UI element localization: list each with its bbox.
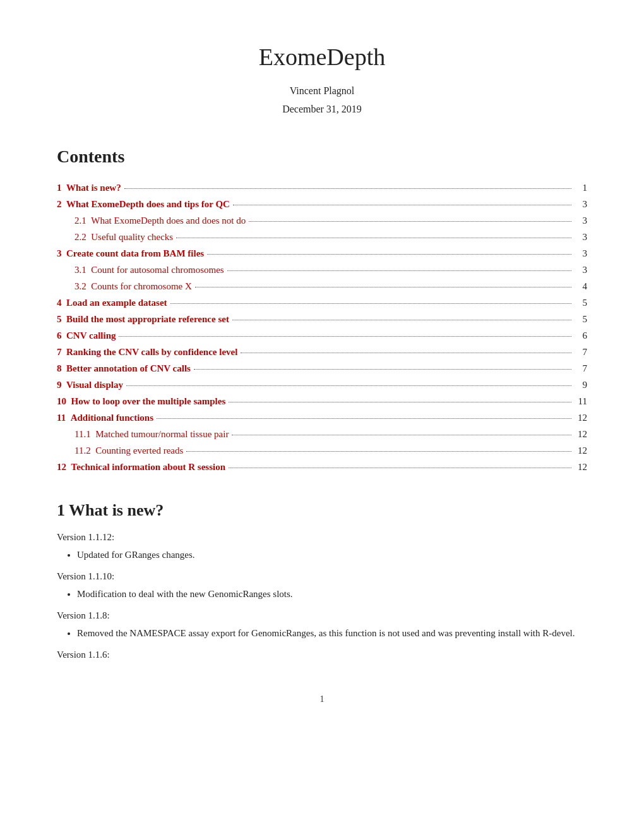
toc-dots — [229, 402, 571, 402]
toc-sub-dots — [176, 238, 571, 238]
toc-sub-label: Count for autosomal chromosomes — [91, 262, 224, 277]
toc-dots — [170, 303, 571, 304]
toc-item-3.1[interactable]: 3.1 Count for autosomal chromosomes 3 — [75, 262, 587, 277]
toc-sub-num: 11.2 — [75, 443, 95, 458]
toc-num: 3 — [57, 246, 66, 261]
toc-dots — [119, 336, 571, 337]
document-date: December 31, 2019 — [57, 101, 587, 118]
toc-item-12[interactable]: 12 Technical information about R session… — [57, 459, 587, 474]
toc-num: 1 — [57, 180, 66, 195]
toc-page: 1 — [575, 180, 587, 195]
toc-sub-dots — [249, 221, 571, 222]
toc-num: 12 — [57, 459, 71, 474]
toc-sub-num: 3.1 — [75, 262, 91, 277]
toc-num: 5 — [57, 311, 66, 327]
toc-dots — [207, 254, 571, 255]
toc-page: 5 — [575, 295, 587, 310]
contents-heading: Contents — [57, 143, 587, 171]
toc-item-1[interactable]: 1 What is new? 1 — [57, 180, 587, 195]
bullet-list: Modification to deal with the new Genomi… — [77, 586, 587, 601]
toc-dots — [229, 468, 571, 468]
toc-item-11.2[interactable]: 11.2 Counting everted reads 12 — [75, 443, 587, 458]
toc-sub-dots — [195, 287, 571, 287]
toc-sub-page: 12 — [575, 426, 587, 442]
toc-sub-num: 2.2 — [75, 229, 91, 245]
toc-page: 9 — [575, 377, 587, 392]
toc-item-2[interactable]: 2 What ExomeDepth does and tips for QC 3 — [57, 196, 587, 212]
toc-item-7[interactable]: 7 Ranking the CNV calls by confidence le… — [57, 344, 587, 360]
toc-item-8[interactable]: 8 Better annotation of CNV calls 7 — [57, 361, 587, 376]
toc-page: 12 — [575, 410, 587, 425]
bullet-item: Removed the NAMESPACE assay export for G… — [77, 626, 587, 641]
toc-label: How to loop over the multiple samples — [71, 394, 226, 409]
toc-dots — [126, 385, 571, 386]
toc-item-3[interactable]: 3 Create count data from BAM files 3 — [57, 246, 587, 261]
toc-label: Better annotation of CNV calls — [66, 361, 191, 376]
section-1-heading: 1 What is new? — [57, 497, 587, 524]
toc-dots — [241, 353, 571, 353]
document-title: ExomeDepth — [57, 38, 587, 76]
toc-item-6[interactable]: 6 CNV calling 6 — [57, 328, 587, 343]
toc-num: 8 — [57, 361, 66, 376]
toc-dots — [232, 320, 571, 320]
toc-sub-label: Matched tumour/normal tissue pair — [95, 426, 229, 442]
version-label: Version 1.1.8: — [57, 608, 587, 623]
toc-sub-label: What ExomeDepth does and does not do — [91, 213, 246, 228]
toc-num: 9 — [57, 377, 66, 392]
toc-sub-page: 3 — [575, 262, 587, 277]
contents-section: Contents 1 What is new? 1 2 What ExomeDe… — [57, 143, 587, 474]
toc-label: Visual display — [66, 377, 123, 392]
toc-num: 10 — [57, 394, 71, 409]
toc-page: 3 — [575, 246, 587, 261]
toc-sub-label: Useful quality checks — [91, 229, 173, 245]
table-of-contents: 1 What is new? 1 2 What ExomeDepth does … — [57, 180, 587, 474]
toc-item-10[interactable]: 10 How to loop over the multiple samples… — [57, 394, 587, 409]
toc-dots — [157, 418, 571, 419]
toc-label: Create count data from BAM files — [66, 246, 204, 261]
toc-sub-dots — [232, 435, 571, 435]
toc-page: 5 — [575, 311, 587, 327]
toc-label: CNV calling — [66, 328, 116, 343]
toc-item-9[interactable]: 9 Visual display 9 — [57, 377, 587, 392]
toc-page: 6 — [575, 328, 587, 343]
toc-dots — [233, 205, 571, 205]
toc-sub-page: 3 — [575, 213, 587, 228]
toc-page: 7 — [575, 344, 587, 360]
toc-label: What is new? — [66, 180, 121, 195]
section-1-number: 1 — [57, 501, 69, 519]
toc-dots — [194, 369, 571, 370]
toc-item-4[interactable]: 4 Load an example dataset 5 — [57, 295, 587, 310]
toc-page: 7 — [575, 361, 587, 376]
toc-item-11[interactable]: 11 Additional functions 12 — [57, 410, 587, 425]
toc-page: 11 — [575, 394, 587, 409]
version-label: Version 1.1.12: — [57, 529, 587, 545]
title-section: ExomeDepth Vincent Plagnol December 31, … — [57, 38, 587, 118]
toc-label: Load an example dataset — [66, 295, 167, 310]
toc-sub-page: 3 — [575, 229, 587, 245]
toc-num: 2 — [57, 196, 66, 212]
toc-label: Build the most appropriate reference set — [66, 311, 229, 327]
toc-sub-dots — [227, 270, 571, 271]
toc-item-5[interactable]: 5 Build the most appropriate reference s… — [57, 311, 587, 327]
toc-sub-label: Counting everted reads — [95, 443, 183, 458]
document-author: Vincent Plagnol — [57, 83, 587, 99]
toc-item-11.1[interactable]: 11.1 Matched tumour/normal tissue pair 1… — [75, 426, 587, 442]
toc-sub-num: 3.2 — [75, 279, 91, 294]
toc-sub-label: Counts for chromosome X — [91, 279, 192, 294]
toc-num: 6 — [57, 328, 66, 343]
toc-sub-num: 11.1 — [75, 426, 95, 442]
toc-item-2.2[interactable]: 2.2 Useful quality checks 3 — [75, 229, 587, 245]
toc-item-3.2[interactable]: 3.2 Counts for chromosome X 4 — [75, 279, 587, 294]
toc-label: Technical information about R session — [71, 459, 225, 474]
bullet-list: Removed the NAMESPACE assay export for G… — [77, 626, 587, 641]
version-label: Version 1.1.10: — [57, 569, 587, 584]
toc-item-2.1[interactable]: 2.1 What ExomeDepth does and does not do… — [75, 213, 587, 228]
section-1-label: What is new? — [69, 501, 164, 519]
toc-sub-dots — [186, 451, 571, 452]
bullet-item: Updated for GRanges changes. — [77, 547, 587, 562]
toc-page: 3 — [575, 196, 587, 212]
bullet-list: Updated for GRanges changes. — [77, 547, 587, 562]
toc-label: Additional functions — [71, 410, 153, 425]
toc-page: 12 — [575, 459, 587, 474]
toc-num: 7 — [57, 344, 66, 360]
